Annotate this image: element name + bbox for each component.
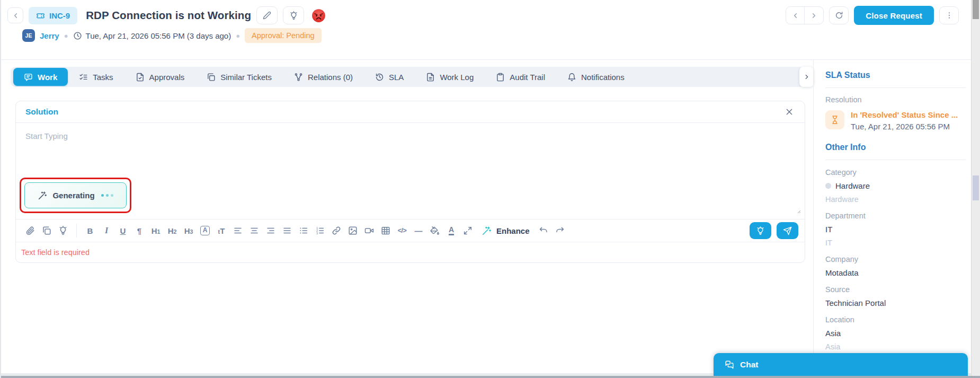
validation-error-text: Text field is required bbox=[16, 242, 805, 262]
solution-close-button[interactable] bbox=[783, 106, 795, 118]
divider bbox=[825, 87, 966, 88]
window-scrollbar[interactable] bbox=[971, 0, 980, 378]
video-button[interactable] bbox=[361, 223, 377, 239]
heading1-button[interactable]: H1 bbox=[148, 223, 164, 239]
insights-button[interactable] bbox=[283, 6, 304, 24]
tabbar-scroll-right-button[interactable] bbox=[799, 67, 814, 87]
underline-button[interactable]: U bbox=[115, 223, 131, 239]
requester-avatar: JE bbox=[22, 29, 35, 42]
chevron-left-icon bbox=[791, 12, 799, 20]
ai-generating-button[interactable]: Generating bbox=[24, 182, 127, 208]
paragraph-button[interactable]: ¶ bbox=[131, 223, 147, 239]
font-size-button[interactable]: tT bbox=[213, 223, 229, 239]
align-center-button[interactable] bbox=[246, 223, 262, 239]
tab-audit-trail[interactable]: Audit Trail bbox=[485, 67, 556, 87]
image-button[interactable] bbox=[345, 223, 361, 239]
tab-relations-0[interactable]: Relations (0) bbox=[283, 67, 364, 87]
tab-sla[interactable]: SLA bbox=[364, 67, 415, 87]
send-button[interactable] bbox=[777, 222, 798, 239]
refresh-icon bbox=[835, 11, 843, 20]
align-justify-button[interactable] bbox=[279, 223, 295, 239]
heading2-button[interactable]: H2 bbox=[164, 223, 180, 239]
more-actions-button[interactable] bbox=[939, 6, 959, 24]
field-label: Company bbox=[825, 255, 966, 263]
tab-work-log[interactable]: Work Log bbox=[415, 67, 485, 87]
message-square-icon bbox=[24, 73, 33, 82]
other-info-fields: Category Hardware Hardware Department IT… bbox=[825, 168, 966, 351]
tab-work[interactable]: Work bbox=[13, 68, 68, 86]
tab-approvals[interactable]: Approvals bbox=[124, 67, 196, 87]
field-value: Hardware bbox=[835, 181, 870, 190]
bulb-icon bbox=[756, 226, 765, 235]
requester-name-link[interactable]: Jerry bbox=[40, 31, 59, 40]
sla-resolution-status: In 'Resolved' Status Since ... Tue, Apr … bbox=[825, 110, 966, 131]
heading3-button[interactable]: H3 bbox=[181, 223, 197, 239]
edit-title-button[interactable] bbox=[256, 6, 278, 24]
close-request-button[interactable]: Close Request bbox=[854, 6, 934, 25]
solution-editor[interactable]: Start Typing Generating bbox=[16, 123, 805, 219]
table-button[interactable] bbox=[378, 223, 394, 239]
link-button[interactable] bbox=[328, 223, 344, 239]
redo-button[interactable] bbox=[552, 223, 568, 239]
undo-button[interactable] bbox=[536, 223, 551, 239]
chevron-left-icon bbox=[12, 12, 20, 20]
refresh-button[interactable] bbox=[829, 6, 849, 24]
window-bottom-edge bbox=[1, 376, 980, 378]
network-icon bbox=[294, 73, 303, 82]
tab-similar-tickets[interactable]: Similar Tickets bbox=[195, 67, 283, 87]
info-field-department: Department IT IT bbox=[825, 212, 966, 247]
ordered-list-button[interactable]: 123 bbox=[312, 223, 328, 239]
generating-label: Generating bbox=[52, 191, 94, 200]
close-icon bbox=[785, 108, 794, 116]
magic-wand-icon bbox=[38, 191, 47, 200]
toolbar-divider bbox=[76, 224, 77, 238]
magic-wand-icon bbox=[482, 226, 492, 236]
chat-bar-button[interactable]: Chat bbox=[714, 353, 968, 376]
field-label: Department bbox=[825, 212, 966, 220]
kebab-menu-icon bbox=[945, 11, 954, 20]
text-color-button[interactable]: A bbox=[443, 223, 459, 239]
file-icon bbox=[426, 73, 435, 82]
chat-bubbles-icon bbox=[725, 360, 734, 370]
chevron-right-icon bbox=[810, 12, 818, 20]
scrollbar-thumb[interactable] bbox=[973, 0, 979, 19]
svg-text:3: 3 bbox=[316, 232, 318, 235]
bold-button[interactable]: B bbox=[82, 223, 98, 239]
editor-placeholder: Start Typing bbox=[25, 131, 68, 140]
enhance-button[interactable]: Enhance bbox=[482, 226, 530, 236]
templates-icon[interactable] bbox=[39, 223, 55, 239]
ticket-pager bbox=[786, 6, 824, 24]
fullscreen-button[interactable] bbox=[460, 223, 476, 239]
italic-button[interactable]: I bbox=[99, 223, 114, 239]
bullet-list-button[interactable] bbox=[296, 223, 311, 239]
code-button[interactable]: </> bbox=[394, 223, 410, 239]
resize-handle-icon[interactable] bbox=[795, 207, 801, 214]
field-value: Motadata bbox=[825, 268, 859, 277]
field-label: Location bbox=[825, 315, 966, 324]
category-dot-icon bbox=[825, 183, 831, 189]
fill-color-button[interactable] bbox=[427, 223, 443, 239]
solution-panel: Solution Start Typing Generating BIU¶H1H… bbox=[15, 101, 805, 263]
horizontal-rule-button[interactable]: — bbox=[411, 223, 426, 239]
kb-suggest-button[interactable] bbox=[750, 222, 771, 239]
dot-separator: ● bbox=[64, 32, 68, 40]
header-meta: JE Jerry ● Tue, Apr 21, 2026 05:56 PM (3… bbox=[22, 28, 322, 43]
next-ticket-button[interactable] bbox=[805, 7, 823, 24]
attach-icon[interactable] bbox=[22, 223, 38, 239]
sla-status-heading: SLA Status bbox=[825, 71, 966, 80]
solution-panel-title: Solution bbox=[25, 107, 58, 117]
previous-ticket-button[interactable] bbox=[786, 7, 805, 24]
ticket-icon bbox=[36, 11, 45, 20]
font-style-button[interactable]: A bbox=[197, 223, 213, 239]
tab-tasks[interactable]: Tasks bbox=[68, 67, 124, 87]
back-button[interactable] bbox=[7, 7, 23, 23]
align-right-button[interactable] bbox=[263, 223, 279, 239]
clipboard-icon bbox=[496, 73, 505, 82]
sla-status-time: Tue, Apr 21, 2026 05:56 PM bbox=[851, 122, 958, 131]
tab-notifications[interactable]: Notifications bbox=[556, 67, 636, 87]
ticket-id: INC-9 bbox=[49, 11, 70, 20]
align-left-button[interactable] bbox=[230, 223, 246, 239]
suggestion-bulb-icon[interactable] bbox=[55, 223, 71, 239]
approval-status-badge: Approval: Pending bbox=[245, 28, 322, 43]
lightbulb-icon bbox=[289, 11, 298, 20]
